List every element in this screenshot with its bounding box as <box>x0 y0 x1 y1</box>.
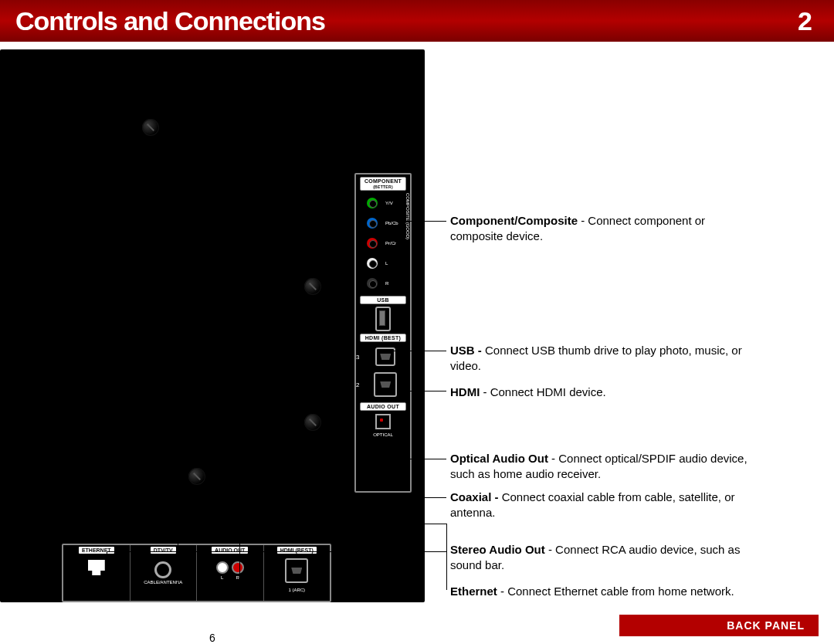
rca-l-icon <box>216 561 229 574</box>
desc-usb: USB - Connect USB thumb drive to play ph… <box>450 343 759 375</box>
hdmi-bottom-col: HDMI (BEST) 1 (ARC) <box>264 545 331 601</box>
hdmi2-port-icon <box>374 372 397 397</box>
page-number: 6 <box>0 632 425 644</box>
desc-stereo: Stereo Audio Out - Connect RCA audio dev… <box>450 542 775 574</box>
component-label: COMPONENT (BETTER) <box>360 177 406 191</box>
rca-r-icon <box>232 561 244 574</box>
header-bar: Controls and Connections 2 <box>0 0 834 42</box>
leader-line <box>394 351 446 351</box>
hdmi-side-label: HDMI (BEST) <box>360 334 406 342</box>
jack-y-icon <box>367 198 378 208</box>
back-panel-badge: BACK PANEL <box>619 615 819 636</box>
jack-pb-icon <box>367 218 378 229</box>
hdmi1-port-icon <box>285 558 308 583</box>
leader-line <box>107 551 446 552</box>
usb-port-icon <box>375 307 391 331</box>
optical-port-icon <box>375 414 391 429</box>
desc-optical: Optical Audio Out - Connect optical/SPDI… <box>450 451 775 483</box>
leader-line <box>239 524 240 590</box>
jack-r-icon <box>367 278 378 289</box>
ethernet-port-icon <box>88 560 105 575</box>
screw-icon <box>188 468 205 485</box>
composite-side-label: COMPOSITE (GOOD) <box>405 193 410 293</box>
leader-line <box>397 459 446 459</box>
tv-back-panel: COMPONENT (BETTER) Y/V Pb/Cb Pr/Cr L R C… <box>0 49 425 602</box>
desc-ethernet: Ethernet - Connect Ethernet cable from h… <box>450 584 782 599</box>
chapter-number: 2 <box>798 6 812 36</box>
dtv-col: DTV/TV CABLE/ANTENNA <box>131 545 198 601</box>
desc-coax: Coaxial - Connect coaxial cable from cab… <box>450 490 782 521</box>
leader-line <box>398 391 446 391</box>
jack-l-icon <box>367 258 378 269</box>
leader-line <box>446 551 447 590</box>
leader-line <box>239 524 446 524</box>
desc-component: Component/Composite - Connect component … <box>450 213 744 245</box>
leader-line <box>446 524 447 551</box>
leader-line <box>178 497 178 590</box>
page-title: Controls and Connections <box>15 6 325 36</box>
leader-line <box>107 551 107 598</box>
leader-line <box>385 221 446 222</box>
desc-hdmi: HDMI - Connect HDMI device. <box>450 385 744 400</box>
jack-pr-icon <box>367 238 378 249</box>
audio-out-col: AUDIO OUT L R <box>197 545 264 601</box>
leader-line <box>178 497 446 498</box>
bottom-port-box: ETHERNET DTV/TV CABLE/ANTENNA AUDIO OUT … <box>62 544 331 602</box>
screw-icon <box>142 119 159 136</box>
screw-icon <box>304 278 321 295</box>
coax-port-icon <box>154 561 171 578</box>
screw-icon <box>304 414 321 431</box>
usb-label: USB <box>360 296 406 304</box>
page-canvas: COMPONENT (BETTER) Y/V Pb/Cb Pr/Cr L R C… <box>0 42 834 644</box>
ethernet-col: ETHERNET <box>63 545 131 601</box>
hdmi3-port-icon <box>375 347 395 366</box>
audio-out-side-label: AUDIO OUT <box>360 402 406 411</box>
